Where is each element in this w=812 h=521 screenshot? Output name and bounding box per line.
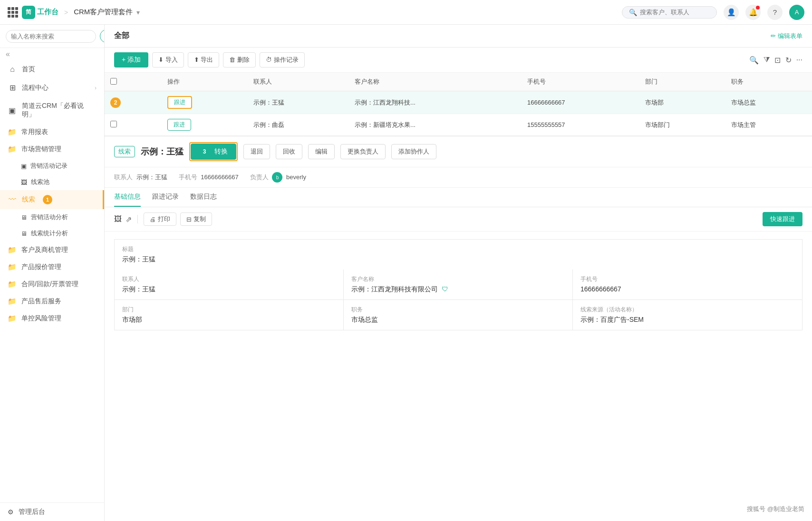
brand-logo[interactable]: 简 工作台: [22, 6, 58, 19]
convert-button[interactable]: 3 转换: [191, 144, 236, 160]
row-number-badge: 2: [110, 97, 121, 108]
edit-button[interactable]: 编辑: [308, 144, 335, 159]
tab-basic[interactable]: 基础信息: [114, 188, 141, 207]
sidebar-item-label: 简道云CRM「必看说明」: [22, 102, 97, 119]
global-search-bar[interactable]: 🔍: [622, 6, 717, 19]
nav-dropdown-icon[interactable]: ▾: [136, 9, 140, 16]
more-icon[interactable]: ···: [796, 56, 802, 64]
sidebar-item-leads-analysis[interactable]: 🖥 线索统计分析: [0, 225, 104, 241]
customer-label: 客户名称: [351, 275, 565, 283]
search-icon: 🔍: [629, 9, 637, 16]
sidebar-item-contract-mgmt[interactable]: 📁 合同/回款/开票管理: [0, 276, 104, 293]
step3-badge: 3: [199, 146, 210, 157]
sidebar-item-label: 合同/回款/开票管理: [21, 280, 78, 289]
contact-label: 联系人 示例：王猛: [114, 173, 167, 182]
sidebar-item-risk-mgmt[interactable]: 📁 单控风险管理: [0, 310, 104, 327]
field-phone: 手机号 16666666667: [573, 270, 802, 299]
sidebar-item-leads[interactable]: 〰 线索 1: [0, 190, 104, 209]
main-layout: + 新建 « ⌂ 首页 ⊞ 流程中心 › ▣ 简道云CRM「必看说明」 📁 常用…: [0, 25, 812, 521]
table-row[interactable]: 2 跟进 示例：王猛 示例：江西龙翔科技... 16666666667 市场部 …: [105, 91, 812, 114]
import-button[interactable]: ⬇ 导入: [152, 52, 184, 68]
sidebar-item-label: 产品售后服务: [21, 297, 61, 306]
owner-info: 负责人 b beverly: [250, 172, 306, 183]
grid-menu-icon[interactable]: [8, 7, 18, 18]
notification-icon[interactable]: 🔔: [745, 5, 761, 20]
sidebar-item-marketing-analysis[interactable]: 🖥 营销活动分析: [0, 209, 104, 225]
sidebar-item-home[interactable]: ⌂ 首页: [0, 60, 104, 78]
top-nav-right: 🔍 👤 🔔 ? A: [622, 5, 804, 20]
field-title: 标题 示例：王猛: [115, 240, 802, 270]
tab-followup[interactable]: 跟进记录: [152, 188, 179, 207]
recycle-button[interactable]: 回收: [276, 144, 302, 159]
sidebar-item-customer-mgmt[interactable]: 📁 客户及商机管理: [0, 241, 104, 259]
delete-button[interactable]: 🗑 删除: [223, 52, 256, 68]
table-row[interactable]: 跟进 示例：曲磊 示例：新疆塔克水果... 15555555557 市场部门 市…: [105, 114, 812, 136]
doc-icon: ▣: [21, 163, 27, 170]
position-cell-row2: 市场主管: [725, 114, 812, 136]
leads-table: 操作 联系人 客户名称 手机号 部门 职务 2: [105, 73, 812, 136]
filter-icon[interactable]: ⧩: [764, 56, 770, 64]
row2-checkbox[interactable]: [110, 121, 117, 127]
folder-icon: 📁: [8, 280, 17, 289]
sidebar-item-workflow[interactable]: ⊞ 流程中心 ›: [0, 78, 104, 97]
detail-actions-bar: 🖼 ⇗ 🖨 打印 ⊟ 复制 快速跟进: [105, 207, 812, 232]
select-all-checkbox[interactable]: [110, 78, 117, 85]
settings-icon: ⚙: [8, 508, 14, 516]
share-action-icon[interactable]: ⇗: [126, 215, 132, 224]
sidebar-collapse-btn[interactable]: «: [0, 48, 104, 60]
brand-icon: 简: [22, 6, 35, 19]
dept-cell-row1: 市场部: [639, 91, 726, 114]
sidebar-item-jiandao[interactable]: ▣ 简道云CRM「必看说明」: [0, 97, 104, 124]
refresh-icon[interactable]: ↻: [785, 56, 792, 65]
col-operation: 操作: [162, 73, 248, 91]
sidebar-item-service-mgmt[interactable]: 📁 产品售后服务: [0, 293, 104, 310]
sidebar-item-product-mgmt[interactable]: 📁 产品报价管理: [0, 259, 104, 276]
edit-table-button[interactable]: ✏ 编辑表单: [771, 32, 802, 40]
source-value: 示例：百度广告-SEM: [580, 316, 794, 324]
quick-follow-button[interactable]: 快速跟进: [763, 212, 802, 226]
change-owner-button[interactable]: 更换负责人: [340, 144, 386, 159]
global-search-input[interactable]: [640, 9, 706, 16]
tab-datalog[interactable]: 数据日志: [190, 188, 217, 207]
detail-header: 线索 示例：王猛 3 转换 退回 回收 编辑 更换负责人 添加协作人: [105, 136, 812, 167]
position-label: 职务: [351, 306, 565, 314]
copy-button[interactable]: ⊟ 复制: [180, 212, 212, 226]
user-switch-icon[interactable]: 👤: [724, 5, 739, 20]
folder-icon: 📁: [8, 314, 17, 323]
search-icon[interactable]: 🔍: [749, 56, 759, 65]
sidebar-settings[interactable]: ⚙ 管理后台: [0, 502, 104, 521]
sidebar-item-marketing-record[interactable]: ▣ 营销活动记录: [0, 158, 104, 174]
sidebar-item-reports[interactable]: 📁 常用报表: [0, 124, 104, 141]
leads-icon: 〰: [8, 195, 17, 204]
sidebar-search-input[interactable]: [6, 30, 96, 43]
log-button[interactable]: ⏱ 操作记录: [260, 52, 305, 68]
export-button[interactable]: ⬆ 导出: [188, 52, 220, 68]
form-row-dept: 部门 市场部 职务 市场总监 线索来源（活动名称） 示例：百度广告-SEM: [114, 300, 802, 330]
follow-button-row2[interactable]: 跟进: [167, 119, 191, 131]
add-cooperator-button[interactable]: 添加协作人: [391, 144, 436, 159]
detail-info-row: 联系人 示例：王猛 手机号 16666666667 负责人 b beverly: [105, 167, 812, 188]
add-button[interactable]: + 添加: [114, 52, 148, 68]
follow-button-row1[interactable]: 跟进: [167, 96, 192, 109]
user-avatar[interactable]: A: [789, 5, 804, 20]
print-button[interactable]: 🖨 打印: [144, 212, 176, 226]
folder-icon: 📁: [8, 246, 17, 254]
header-bar: 全部 ✏ 编辑表单: [105, 25, 812, 48]
main-content: 全部 ✏ 编辑表单 + 添加 ⬇ 导入 ⬆ 导出 🗑 删除 ⏱ 操作记录 🔍 ⧩…: [105, 25, 812, 521]
toolbar: + 添加 ⬇ 导入 ⬆ 导出 🗑 删除 ⏱ 操作记录 🔍 ⧩ ⊡ ↻ ···: [105, 48, 812, 73]
help-icon[interactable]: ?: [767, 5, 783, 20]
sidebar-item-marketing-mgmt[interactable]: 📁 市场营销管理: [0, 141, 104, 158]
view-icon[interactable]: ⊡: [774, 56, 781, 65]
image-action-icon[interactable]: 🖼: [114, 215, 122, 223]
dept-cell-row2: 市场部门: [639, 114, 726, 136]
phone-value: 16666666667: [201, 174, 239, 181]
sidebar-item-label: 线索统计分析: [31, 229, 68, 238]
notification-badge: [756, 6, 760, 10]
back-button[interactable]: 退回: [243, 144, 270, 159]
sidebar-item-leads-pool[interactable]: 🖼 线索池: [0, 174, 104, 190]
sidebar-new-button[interactable]: + 新建: [100, 29, 105, 43]
sidebar-item-label: 常用报表: [21, 128, 48, 136]
phone-cell-row1: 16666666667: [522, 91, 639, 114]
leads-badge: 1: [43, 195, 52, 204]
detail-form-body: 标题 示例：王猛 联系人 示例：王猛 客户名称 示例：江西龙翔科技有限公司 🛡: [105, 232, 812, 521]
